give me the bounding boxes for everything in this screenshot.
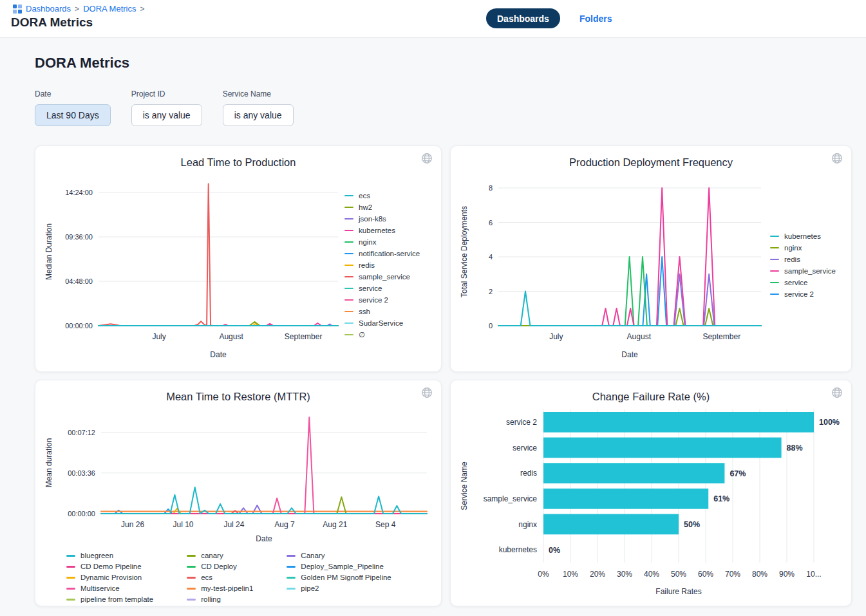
legend-label: Golden PM Signoff Pipeline [301,573,391,583]
legend-swatch [187,599,196,601]
change-failure-rate-chart[interactable]: 0%10%20%30%40%50%60%70%80%90%10...servic… [458,403,843,599]
legend-item-my-test-pipelin1[interactable]: my-test-pipelin1 [187,584,253,593]
legend-item-sudarservice[interactable]: SudarService [344,319,420,328]
filter-service-name-value-button[interactable]: is any value [223,104,294,126]
legend-label: Deploy_Sample_Pipeline [301,562,384,572]
legend-item-ecs[interactable]: ecs [187,573,253,583]
legend-item-pipeline-from-template[interactable]: pipeline from template [66,595,153,604]
legend-label: SudarService [359,319,403,328]
lead-time-legend: ecshw2json-k8skubernetesnginxnotificatio… [344,191,420,340]
gridlines [101,433,427,514]
legend-item-rolling[interactable]: rolling [187,595,253,604]
legend-item-multiservice[interactable]: Multiservice [66,584,153,593]
globe-icon[interactable] [831,387,843,400]
svg-text:04:48:00: 04:48:00 [65,277,93,285]
legend-item-kubernetes[interactable]: kubernetes [770,232,836,241]
legend-label: service 2 [784,290,814,299]
svg-text:Mean duration: Mean duration [44,438,53,488]
legend-item-ssh[interactable]: ssh [344,307,420,317]
legend-item-service[interactable]: service [770,278,836,288]
legend-swatch [770,270,779,272]
legend-label: sample_service [359,272,410,282]
legend-item-canary[interactable]: Canary [287,551,391,561]
deployment-frequency-chart[interactable]: 02468JulyAugustSeptemberDateTotal Servic… [458,169,766,362]
legend-label: kubernetes [784,232,821,241]
legend-swatch [66,566,75,568]
globe-icon[interactable] [420,153,433,165]
legend-swatch [66,588,75,590]
legend-item-service[interactable]: service [344,284,420,294]
legend-label: CD Deploy [201,562,237,572]
legend-swatch [66,577,75,579]
tab-folders[interactable]: Folders [579,14,612,24]
legend-item-nginx[interactable]: nginx [770,243,836,253]
svg-text:Aug 21: Aug 21 [323,520,347,529]
legend-swatch [344,334,353,336]
svg-text:Total Service Deployments: Total Service Deployments [460,206,469,297]
legend-item-bluegreen[interactable]: bluegreen [66,551,153,561]
legend-item-hw2[interactable]: hw2 [344,203,420,212]
svg-text:00:00:00: 00:00:00 [65,322,93,330]
filter-date-value-button[interactable]: Last 90 Days [35,104,111,126]
gridlines [543,409,814,563]
legend-label: nginx [784,243,802,253]
legend-item-notification-service[interactable]: notification-service [344,249,420,259]
legend-swatch [344,311,353,313]
legend-item-cd-demo-pipeline[interactable]: CD Demo Pipeline [66,562,153,572]
bar-sample_service[interactable] [543,489,708,509]
svg-text:60%: 60% [698,570,713,579]
legend-item-cd-deploy[interactable]: CD Deploy [187,562,253,572]
dashboards-grid-icon [13,5,22,14]
svg-text:nginx: nginx [518,520,537,529]
legend-item-golden-pm-signoff-pipeline[interactable]: Golden PM Signoff Pipeline [287,573,391,583]
mttr-chart[interactable]: 00:00:0000:03:3600:07:12Jun 26Jul 10Jul … [43,403,433,546]
legend-label: ecs [201,573,212,583]
filter-date-label: Date [35,89,111,98]
breadcrumb-dora-metrics-link[interactable]: DORA Metrics [83,4,136,14]
legend-swatch [770,247,779,249]
filter-project-id-value-button[interactable]: is any value [131,104,202,126]
legend-swatch [66,599,75,601]
legend-swatch [344,276,353,278]
legend-item-canary[interactable]: canary [187,551,253,561]
legend-item-sample_service[interactable]: sample_service [770,266,836,276]
legend-swatch [344,207,353,209]
svg-text:Aug 7: Aug 7 [274,520,295,529]
bar-service[interactable] [543,438,782,458]
lead-time-chart[interactable]: 00:00:0004:48:0009:36:0014:24:00JulyAugu… [43,169,341,362]
breadcrumb-dashboards-link[interactable]: Dashboards [26,4,71,14]
legend-label: sample_service [784,266,836,276]
svg-text:Date: Date [210,350,227,359]
legend-swatch [187,577,196,579]
legend-item-service-2[interactable]: service 2 [770,290,836,299]
legend-item-json-k8s[interactable]: json-k8s [344,214,420,224]
svg-text:Jun 26: Jun 26 [121,520,144,529]
legend-item-sample_service[interactable]: sample_service [344,272,420,282]
bar-nginx[interactable] [543,514,679,535]
svg-text:70%: 70% [725,570,740,579]
svg-text:20%: 20% [590,570,605,579]
legend-label: service [784,278,807,288]
chart-title: Mean Time to Restore (MTTR) [43,391,433,403]
bar-service 2[interactable] [543,412,814,433]
legend-item-dynamic-provision[interactable]: Dynamic Provision [66,573,153,583]
legend-item-ecs[interactable]: ecs [344,191,420,201]
legend-item-redis[interactable]: redis [770,255,836,265]
globe-icon[interactable] [831,153,843,165]
legend-item-service-2[interactable]: service 2 [344,295,420,305]
series-lines [101,417,427,514]
deployment-frequency-legend: kubernetesnginxredissample_serviceservic… [770,232,836,299]
legend-swatch [770,236,779,238]
bar-redis[interactable] [543,463,724,483]
legend-item-∅[interactable]: ∅ [344,330,420,340]
legend-item-pipe2[interactable]: pipe2 [287,584,391,593]
svg-text:service 2: service 2 [506,418,537,427]
globe-icon[interactable] [420,387,433,400]
svg-text:July: July [152,332,165,341]
legend-item-nginx[interactable]: nginx [344,238,420,247]
legend-item-deploy_sample_pipeline[interactable]: Deploy_Sample_Pipeline [287,562,391,572]
legend-item-redis[interactable]: redis [344,261,420,270]
legend-item-kubernetes[interactable]: kubernetes [344,226,420,236]
tab-dashboards[interactable]: Dashboards [486,8,560,28]
svg-text:90%: 90% [779,570,795,579]
